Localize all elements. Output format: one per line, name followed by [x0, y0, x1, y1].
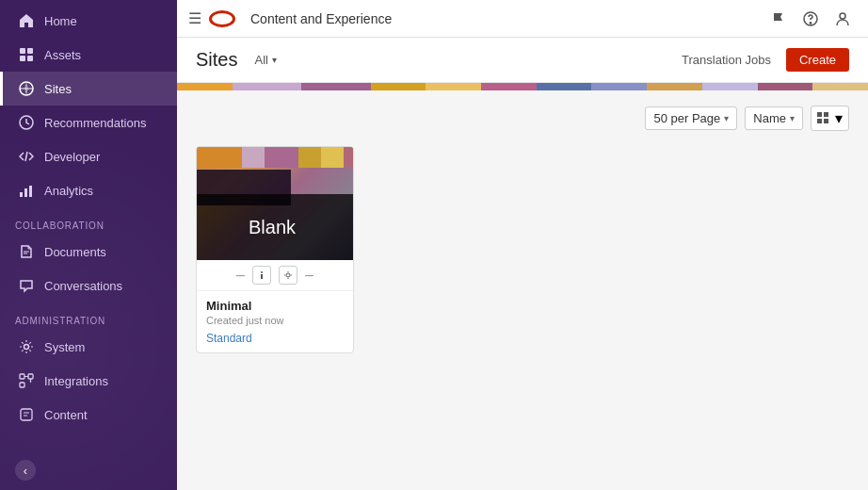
- sites-icon: [18, 80, 35, 97]
- sort-chevron-icon: ▾: [790, 113, 795, 123]
- create-button[interactable]: Create: [786, 48, 849, 72]
- conversations-icon: [18, 277, 35, 294]
- system-icon: [18, 338, 35, 355]
- svg-rect-10: [20, 374, 24, 379]
- translation-jobs-button[interactable]: Translation Jobs: [682, 53, 771, 67]
- sidebar-collapse-button[interactable]: ‹: [0, 450, 177, 490]
- sidebar-item-analytics-label: Analytics: [44, 184, 93, 198]
- analytics-icon: [18, 182, 35, 199]
- svg-rect-8: [29, 186, 32, 197]
- per-page-select[interactable]: 50 per Page ▾: [645, 106, 737, 130]
- svg-point-9: [24, 345, 29, 350]
- view-chevron-icon: ▾: [835, 109, 843, 127]
- strip-seg-5: [321, 147, 344, 168]
- card-info-button[interactable]: [252, 266, 271, 285]
- recommendations-icon: [18, 114, 35, 131]
- svg-rect-13: [21, 409, 32, 420]
- svg-point-21: [261, 271, 263, 273]
- card-settings-button[interactable]: [279, 266, 297, 285]
- app-title: Content and Experience: [250, 11, 392, 26]
- svg-rect-22: [261, 274, 263, 279]
- sidebar-item-home-label: Home: [44, 14, 77, 28]
- content-icon: [18, 406, 35, 423]
- hamburger-button[interactable]: ☰: [188, 9, 201, 27]
- sidebar-item-home[interactable]: Home: [0, 4, 177, 38]
- content-area: 50 per Page ▾ Name ▾ ▾: [177, 90, 868, 490]
- svg-rect-19: [817, 119, 822, 123]
- chevron-left-icon: ‹: [15, 460, 36, 481]
- sidebar-item-documents-label: Documents: [44, 245, 106, 259]
- page-title: Sites: [196, 49, 237, 71]
- oracle-logo: [209, 10, 235, 27]
- filter-chevron-icon: ▾: [272, 55, 277, 65]
- svg-rect-18: [824, 112, 828, 117]
- sort-label: Name: [753, 111, 786, 125]
- thumbnail-blank-box: Blank: [197, 194, 354, 260]
- site-card-minimal[interactable]: Blank – – Minimal Creat: [196, 146, 354, 353]
- content-toolbar: 50 per Page ▾ Name ▾ ▾: [196, 106, 849, 131]
- sidebar-item-content[interactable]: Content: [0, 398, 177, 432]
- sort-select[interactable]: Name ▾: [745, 106, 803, 130]
- sidebar-item-system[interactable]: System: [0, 330, 177, 364]
- strip-seg-1: [197, 147, 242, 168]
- collaboration-section-label: COLLABORATION: [0, 207, 177, 235]
- sidebar: Home Assets Sites Recommendations Develo: [0, 0, 177, 490]
- svg-rect-1: [27, 48, 33, 54]
- topbar-actions: [764, 5, 857, 33]
- strip-seg-6: [344, 147, 354, 168]
- documents-icon: [18, 243, 35, 260]
- sidebar-item-analytics[interactable]: Analytics: [0, 173, 177, 207]
- topbar: ☰ Content and Experience: [177, 0, 868, 38]
- app-logo: [209, 10, 243, 27]
- sidebar-item-conversations-label: Conversations: [44, 279, 122, 293]
- svg-rect-0: [20, 48, 25, 54]
- filter-dropdown[interactable]: All ▾: [249, 51, 281, 69]
- thumbnail-strip: [197, 147, 354, 168]
- svg-point-16: [840, 13, 845, 19]
- sidebar-item-recommendations-label: Recommendations: [44, 116, 146, 130]
- card-actions: – –: [197, 260, 353, 291]
- svg-rect-3: [27, 56, 33, 61]
- strip-seg-3: [265, 147, 298, 168]
- sidebar-item-conversations[interactable]: Conversations: [0, 269, 177, 302]
- sidebar-item-developer[interactable]: Developer: [0, 139, 177, 173]
- thumbnail-blank-label: Blank: [249, 217, 296, 238]
- svg-point-15: [810, 22, 811, 23]
- sidebar-item-recommendations[interactable]: Recommendations: [0, 106, 177, 139]
- sidebar-nav: Home Assets Sites Recommendations Develo: [0, 0, 177, 450]
- integrations-icon: [18, 372, 35, 389]
- svg-rect-17: [817, 112, 822, 117]
- sidebar-item-assets[interactable]: Assets: [0, 38, 177, 72]
- view-toggle[interactable]: ▾: [811, 106, 849, 131]
- svg-point-23: [286, 273, 290, 277]
- filter-label: All: [254, 53, 267, 67]
- card-name: Minimal: [206, 299, 344, 313]
- help-button[interactable]: [796, 5, 825, 33]
- user-button[interactable]: [828, 5, 857, 33]
- grid-view-icon: [817, 112, 830, 125]
- svg-rect-6: [20, 192, 23, 197]
- flag-button[interactable]: [764, 5, 793, 33]
- sidebar-item-sites[interactable]: Sites: [0, 72, 177, 106]
- strip-seg-4: [298, 147, 321, 168]
- svg-rect-11: [28, 374, 33, 379]
- page-header-actions: Translation Jobs Create: [682, 48, 849, 72]
- svg-rect-7: [24, 188, 27, 197]
- sidebar-item-developer-label: Developer: [44, 150, 100, 164]
- developer-icon: [18, 148, 35, 165]
- home-icon: [18, 12, 35, 29]
- color-band: [177, 83, 868, 90]
- strip-seg-2: [242, 147, 265, 168]
- per-page-chevron-icon: ▾: [724, 113, 729, 123]
- sidebar-item-integrations[interactable]: Integrations: [0, 364, 177, 398]
- sidebar-item-documents[interactable]: Documents: [0, 235, 177, 269]
- main-content: ☰ Content and Experience Sites All ▾ Tra…: [177, 0, 868, 490]
- assets-icon: [18, 46, 35, 63]
- administration-section-label: ADMINISTRATION: [0, 302, 177, 330]
- card-tag[interactable]: Standard: [206, 332, 344, 345]
- svg-rect-12: [20, 383, 24, 387]
- page-header: Sites All ▾ Translation Jobs Create: [177, 38, 868, 83]
- sidebar-item-sites-label: Sites: [44, 82, 72, 96]
- svg-rect-2: [20, 56, 25, 61]
- sidebar-item-assets-label: Assets: [44, 48, 81, 62]
